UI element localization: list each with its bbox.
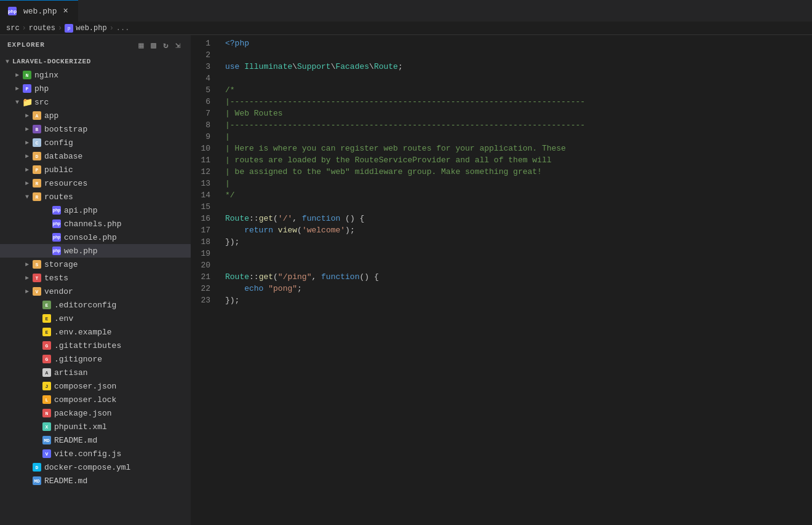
chevron-right-icon: ► (22, 165, 32, 175)
code-line-5: /* (225, 84, 812, 96)
sidebar-item-gitattributes[interactable]: ► G .gitattributes (0, 339, 191, 352)
breadcrumb-ellipsis[interactable]: ... (116, 24, 130, 33)
code-line-4 (225, 73, 812, 84)
tab-close-button[interactable]: × (61, 6, 71, 16)
sidebar-item-env[interactable]: ► E .env (0, 312, 191, 325)
new-file-icon[interactable]: ▦ (137, 40, 146, 50)
code-line-6: |---------------------------------------… (225, 96, 812, 108)
chevron-right-icon: ► (22, 124, 32, 134)
chevron-right-icon: ► (22, 138, 32, 148)
chevron-down-icon: ▼ (12, 97, 22, 107)
project-name-label: LARAVEL-DOCKERIZED (12, 58, 91, 65)
code-line-16: Route::get('/', function () { (225, 213, 812, 224)
artisan-label: artisan (54, 368, 88, 377)
sidebar-item-src[interactable]: ▼ 📁 src (0, 95, 191, 109)
sidebar-item-tests[interactable]: ► T tests (0, 271, 191, 285)
gitattributes-icon: G (42, 341, 52, 350)
sidebar-item-composer-lock[interactable]: ► L composer.lock (0, 393, 191, 406)
breadcrumb-php-icon: p (65, 24, 73, 33)
sidebar-item-editorconfig[interactable]: ► E .editorconfig (0, 298, 191, 312)
breadcrumb-src[interactable]: src (6, 24, 20, 33)
app-label: app (44, 111, 58, 120)
config-label: config (44, 138, 73, 148)
new-folder-icon[interactable]: ▩ (149, 40, 159, 50)
collapse-icon[interactable]: ⇲ (173, 40, 183, 50)
sidebar-header-icons: ▦ ▩ ↻ ⇲ (137, 40, 183, 50)
env-example-icon: E (42, 327, 52, 337)
composer-json-label: composer.json (54, 382, 116, 391)
sidebar-project-root[interactable]: ▼ LARAVEL-DOCKERIZED (0, 55, 191, 68)
sidebar-item-package-json[interactable]: ► N package.json (0, 406, 191, 420)
nginx-folder-icon: N (22, 70, 32, 80)
public-label: public (44, 165, 73, 175)
public-folder-icon: P (32, 165, 42, 175)
php-folder-icon: P (22, 84, 32, 93)
sidebar-item-storage[interactable]: ► S storage (0, 258, 191, 271)
sidebar-item-app[interactable]: ► A app (0, 109, 191, 122)
php-label: php (34, 84, 49, 93)
chevron-right-icon: ► (22, 178, 32, 188)
sidebar-item-artisan[interactable]: ► A artisan (0, 366, 191, 379)
sidebar-item-bootstrap[interactable]: ► B bootstrap (0, 122, 191, 136)
sidebar-item-resources[interactable]: ► R resources (0, 176, 191, 190)
code-line-18: }); (225, 236, 812, 248)
web-php-icon: php (52, 246, 62, 256)
sidebar: EXPLORER ▦ ▩ ↻ ⇲ ▼ LARAVEL-DOCKERIZED ► … (0, 35, 191, 525)
vendor-label: vendor (44, 287, 73, 296)
sidebar-item-gitignore[interactable]: ► G .gitignore (0, 352, 191, 366)
phpunit-xml-label: phpunit.xml (54, 422, 107, 432)
sidebar-item-channels-php[interactable]: ► php channels.php (0, 217, 191, 231)
code-line-22: echo "pong"; (225, 283, 812, 294)
database-label: database (44, 152, 82, 161)
chevron-right-icon: ► (22, 286, 32, 296)
code-line-23: }); (225, 294, 812, 306)
sidebar-item-phpunit-xml[interactable]: ► X phpunit.xml (0, 420, 191, 433)
chevron-right-icon: ► (22, 273, 32, 283)
sidebar-item-docker-compose[interactable]: ► D docker-compose.yml (0, 460, 191, 474)
code-line-17: return view('welcome'); (225, 224, 812, 236)
tests-folder-icon: T (32, 273, 42, 283)
sidebar-item-root-readme[interactable]: ► MD README.md (0, 474, 191, 488)
sidebar-item-vite-config[interactable]: ► V vite.config.js (0, 447, 191, 460)
composer-lock-icon: L (42, 395, 52, 405)
console-php-label: console.php (64, 233, 117, 242)
sidebar-item-env-example[interactable]: ► E .env.example (0, 325, 191, 339)
tab-label: web.php (23, 7, 57, 16)
tab-web-php[interactable]: php web.php × (0, 0, 78, 22)
readme-md-label: README.md (54, 436, 97, 445)
code-editor[interactable]: 1 2 3 4 5 6 7 8 9 10 11 12 13 14 15 16 1… (191, 35, 812, 525)
chevron-down-icon: ▼ (2, 57, 12, 66)
src-folder-icon: 📁 (22, 97, 32, 107)
refresh-icon[interactable]: ↻ (161, 40, 171, 50)
api-php-icon: php (52, 205, 62, 215)
sidebar-item-routes[interactable]: ▼ R routes (0, 190, 191, 203)
code-line-9: | (225, 131, 812, 143)
storage-label: storage (44, 260, 78, 269)
sidebar-item-readme-md[interactable]: ► MD README.md (0, 433, 191, 447)
code-line-20 (225, 259, 812, 271)
sidebar-item-console-php[interactable]: ► php console.php (0, 231, 191, 244)
config-folder-icon: C (32, 138, 42, 148)
code-line-11: | routes are loaded by the RouteServiceP… (225, 154, 812, 166)
sidebar-item-nginx[interactable]: ► N nginx (0, 68, 191, 82)
sidebar-item-web-php[interactable]: ► php web.php (0, 244, 191, 258)
breadcrumb-webphp[interactable]: web.php (76, 24, 106, 33)
sidebar-item-public[interactable]: ► P public (0, 163, 191, 176)
sidebar-item-composer-json[interactable]: ► J composer.json (0, 379, 191, 393)
code-line-12: | be assigned to the "web" middleware gr… (225, 166, 812, 178)
sidebar-item-vendor[interactable]: ► V vendor (0, 285, 191, 298)
artisan-icon: A (42, 368, 52, 377)
tests-label: tests (44, 274, 68, 283)
channels-php-icon: php (52, 219, 62, 229)
sidebar-item-php[interactable]: ► P php (0, 82, 191, 95)
sidebar-item-database[interactable]: ► D database (0, 149, 191, 163)
sidebar-item-api-php[interactable]: ► php api.php (0, 203, 191, 217)
explorer-label: EXPLORER (7, 41, 45, 49)
breadcrumb-routes[interactable]: routes (29, 24, 55, 33)
code-content[interactable]: <?php use Illuminate\Support\Facades\Rou… (220, 38, 812, 525)
sidebar-item-config[interactable]: ► C config (0, 136, 191, 149)
chevron-right-icon: ► (22, 111, 32, 120)
chevron-down-icon: ▼ (22, 192, 32, 202)
chevron-right-icon: ► (12, 84, 22, 93)
code-line-10: | Here is where you can register web rou… (225, 143, 812, 154)
